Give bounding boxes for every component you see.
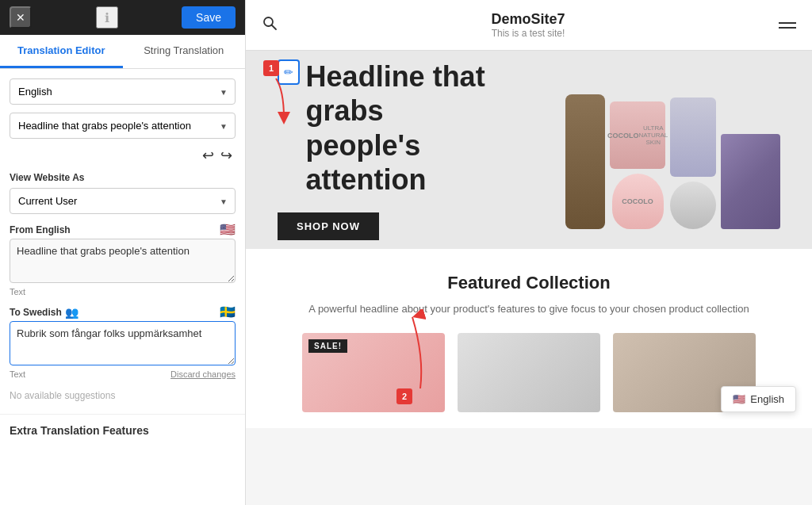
hero-left: ✏ Headline that grabs people's attention… [278,59,529,240]
language-select-wrapper: English Swedish French German [10,78,236,105]
string-select[interactable]: Headline that grabs people's attention S… [10,113,236,139]
from-english-text: From English [10,224,71,235]
language-badge[interactable]: 🇺🇸 English [721,386,796,412]
product-flowers [721,134,780,229]
language-select[interactable]: English Swedish French German [10,78,236,105]
hamburger-line-1 [779,22,796,24]
from-english-header: From English 🇺🇸 [10,222,236,237]
search-button[interactable] [262,15,278,35]
hero-headline-block: Headline that grabs people's attention [306,59,529,197]
product-cards: SALE! [262,333,796,412]
product-jar-cocolo: COCOLO [612,174,664,229]
to-swedish-hint: Text [10,369,25,379]
sale-badge: SALE! [308,339,347,353]
undo-button[interactable]: ↩ [202,147,214,164]
to-swedish-text: To Swedish [10,307,62,318]
featured-subtitle: A powerful headline about your product's… [291,301,767,317]
to-swedish-header: To Swedish 👥 🇸🇪 [10,304,236,319]
from-english-hint: Text [10,287,236,296]
product-card-2-img [458,333,600,412]
us-flag-icon: 🇺🇸 [220,222,236,237]
featured-title: Featured Collection [262,273,796,293]
annotation-arrow-2 [404,309,468,396]
view-as-select[interactable]: Current User Guest Admin [10,188,236,214]
no-suggestions-text: No available suggestions [10,390,236,401]
tab-translation-editor[interactable]: Translation Editor [0,35,123,68]
site-title: DemoSite7 [491,11,565,28]
site-content: 1 ✏ Headline that grabs people's attenti… [246,51,812,505]
annotation-arrow-1 [260,75,308,130]
redo-button[interactable]: ↪ [220,147,232,164]
hamburger-button[interactable] [779,22,796,29]
panel-body: English Swedish French German Headline t… [0,69,245,411]
to-swedish-textarea[interactable]: Rubrik som fångar folks uppmärksamhet [10,321,236,365]
hero-right: COCOLOULTRA NATURAL SKIN COCOLO [529,71,780,229]
annotation-2-container: 2 [396,388,412,404]
hero-headline-line2: people's attention [306,129,427,196]
discard-changes-link[interactable]: Discard changes [170,369,236,379]
hamburger-line-2 [779,27,796,29]
from-english-label: From English [10,224,71,235]
from-english-textarea[interactable]: Headline that grabs people's attention [10,239,236,283]
save-button[interactable]: Save [182,6,236,29]
people-icon: 👥 [65,306,79,319]
se-flag-icon: 🇸🇪 [220,304,236,319]
lang-badge-label: English [750,393,784,405]
product-small-round [670,182,716,229]
right-panel: DemoSite7 This is a test site! 1 [246,0,812,505]
undo-redo-row: ↩ ↪ [10,147,236,164]
site-header: DemoSite7 This is a test site! [246,0,812,51]
product-jar-pink: COCOLOULTRA NATURAL SKIN [610,101,665,169]
svg-line-1 [272,25,277,30]
product-bottle-glass [670,98,716,177]
featured-section: Featured Collection A powerful headline … [246,249,812,428]
hero-section: 1 ✏ Headline that grabs people's attenti… [246,51,812,249]
product-images: COCOLOULTRA NATURAL SKIN COCOLO [565,71,780,229]
info-button[interactable]: ℹ [96,6,118,29]
hero-headline-line1: Headline that grabs [306,60,485,127]
view-website-as-label: View Website As [10,172,236,183]
to-swedish-section: To Swedish 👥 🇸🇪 Rubrik som fångar folks … [10,304,236,379]
lang-badge-flag: 🇺🇸 [733,393,745,405]
site-title-block: DemoSite7 This is a test site! [491,11,565,39]
panel-header: ✕ ℹ Save [0,0,245,35]
view-website-as-section: View Website As Current User Guest Admin [10,172,236,214]
product-pump-bottle [565,94,605,229]
to-swedish-label: To Swedish 👥 [10,306,79,319]
tab-string-translation[interactable]: String Translation [123,35,246,68]
view-as-select-wrapper: Current User Guest Admin [10,188,236,214]
annotation-1-badge: 1 [263,60,279,76]
close-button[interactable]: ✕ [10,6,32,29]
from-english-section: From English 🇺🇸 Headline that grabs peop… [10,222,236,296]
tabs-row: Translation Editor String Translation [0,35,245,69]
string-select-wrapper: Headline that grabs people's attention S… [10,113,236,139]
site-subtitle: This is a test site! [491,28,565,39]
extra-translation-header: Extra Translation Features [0,414,245,440]
shop-now-button[interactable]: SHOP NOW [278,212,379,240]
search-icon [262,15,278,31]
product-card-2 [458,333,600,412]
left-panel: ✕ ℹ Save Translation Editor String Trans… [0,0,246,505]
